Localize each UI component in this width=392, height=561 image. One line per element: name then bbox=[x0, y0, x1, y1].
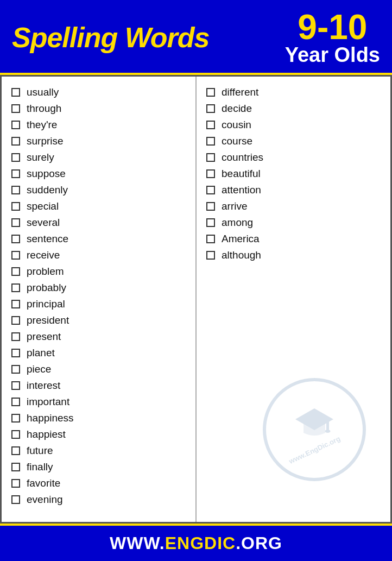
word-label: piece bbox=[27, 363, 51, 375]
list-item: interest bbox=[11, 380, 190, 392]
checkbox-icon[interactable] bbox=[206, 104, 215, 113]
list-item: present bbox=[11, 331, 190, 343]
word-label: they're bbox=[27, 119, 57, 131]
checkbox-icon[interactable] bbox=[11, 479, 20, 488]
list-item: evening bbox=[11, 494, 190, 506]
checkbox-icon[interactable] bbox=[206, 169, 215, 178]
checkbox-icon[interactable] bbox=[11, 365, 20, 374]
word-label: favorite bbox=[27, 477, 60, 489]
list-item: usually bbox=[11, 86, 190, 98]
checkbox-icon[interactable] bbox=[11, 235, 20, 243]
word-label: interest bbox=[27, 380, 60, 392]
list-item: suddenly bbox=[11, 184, 190, 196]
list-item: finally bbox=[11, 461, 190, 473]
header-age: 9-10 Year Olds bbox=[285, 10, 380, 65]
word-label: finally bbox=[27, 461, 53, 473]
list-item: happiness bbox=[11, 412, 190, 424]
checkbox-icon[interactable] bbox=[11, 349, 20, 357]
checkbox-icon[interactable] bbox=[11, 104, 20, 113]
checkbox-icon[interactable] bbox=[11, 463, 20, 471]
checkbox-icon[interactable] bbox=[11, 398, 20, 406]
checkbox-icon[interactable] bbox=[11, 446, 20, 455]
checkbox-icon[interactable] bbox=[11, 381, 20, 390]
word-label: usually bbox=[27, 86, 59, 98]
footer-org: .ORG bbox=[236, 533, 282, 553]
list-item: special bbox=[11, 200, 190, 212]
footer-engdic: ENGDIC bbox=[165, 533, 236, 553]
word-label: probably bbox=[27, 282, 66, 294]
word-label: attention bbox=[222, 184, 261, 196]
footer-www: WWW. bbox=[110, 533, 165, 553]
word-label: president bbox=[27, 314, 69, 326]
checkbox-icon[interactable] bbox=[11, 283, 20, 292]
checkbox-icon[interactable] bbox=[206, 235, 215, 243]
checkbox-icon[interactable] bbox=[11, 137, 20, 146]
word-label: receive bbox=[27, 249, 60, 261]
checkbox-icon[interactable] bbox=[206, 153, 215, 162]
checkbox-icon[interactable] bbox=[11, 153, 20, 162]
word-label: cousin bbox=[222, 119, 251, 131]
list-item: decide bbox=[206, 103, 385, 115]
word-label: special bbox=[27, 200, 59, 212]
word-label: problem bbox=[27, 266, 64, 278]
word-label: sentence bbox=[27, 233, 68, 245]
list-item: several bbox=[11, 217, 190, 229]
checkbox-icon[interactable] bbox=[11, 251, 20, 260]
footer-text: WWW.ENGDIC.ORG bbox=[110, 533, 282, 553]
list-item: favorite bbox=[11, 477, 190, 489]
header: Spelling Words 9-10 Year Olds bbox=[0, 0, 392, 75]
word-label: beautiful bbox=[222, 168, 261, 180]
checkbox-icon[interactable] bbox=[11, 332, 20, 341]
checkbox-icon[interactable] bbox=[206, 137, 215, 146]
word-label: arrive bbox=[222, 200, 248, 212]
checkbox-icon[interactable] bbox=[11, 121, 20, 129]
list-item: although bbox=[206, 249, 385, 261]
list-item: countries bbox=[206, 152, 385, 163]
word-label: through bbox=[27, 103, 61, 115]
word-label: surely bbox=[27, 152, 54, 163]
checkbox-icon[interactable] bbox=[11, 414, 20, 423]
checkbox-icon[interactable] bbox=[206, 218, 215, 227]
checkbox-icon[interactable] bbox=[206, 121, 215, 129]
word-label: surprise bbox=[27, 135, 64, 147]
word-label: although bbox=[222, 249, 261, 261]
word-label: decide bbox=[222, 103, 252, 115]
checkbox-icon[interactable] bbox=[206, 88, 215, 97]
word-label: planet bbox=[27, 347, 55, 359]
list-item: principal bbox=[11, 298, 190, 310]
checkbox-icon[interactable] bbox=[206, 186, 215, 194]
checkbox-icon[interactable] bbox=[206, 251, 215, 260]
checkbox-icon[interactable] bbox=[206, 202, 215, 211]
content-area: usuallythroughthey'resurprisesurelysuppo… bbox=[0, 75, 392, 524]
list-item: problem bbox=[11, 266, 190, 278]
list-item: attention bbox=[206, 184, 385, 196]
word-label: happiness bbox=[27, 412, 74, 424]
checkbox-icon[interactable] bbox=[11, 430, 20, 439]
word-label: suddenly bbox=[27, 184, 68, 196]
list-item: course bbox=[206, 135, 385, 147]
word-label: evening bbox=[27, 494, 63, 506]
checkbox-icon[interactable] bbox=[11, 88, 20, 97]
list-item: suppose bbox=[11, 168, 190, 180]
word-label: countries bbox=[222, 152, 263, 163]
checkbox-icon[interactable] bbox=[11, 169, 20, 178]
list-item: happiest bbox=[11, 428, 190, 440]
list-item: surely bbox=[11, 152, 190, 163]
list-item: planet bbox=[11, 347, 190, 359]
checkbox-icon[interactable] bbox=[11, 218, 20, 227]
list-item: probably bbox=[11, 282, 190, 294]
checkbox-icon[interactable] bbox=[11, 186, 20, 194]
word-label: course bbox=[222, 135, 252, 147]
right-column: differentdecidecousincoursecountriesbeau… bbox=[197, 77, 390, 522]
checkbox-icon[interactable] bbox=[11, 316, 20, 325]
list-item: piece bbox=[11, 363, 190, 375]
header-title: Spelling Words bbox=[12, 23, 210, 52]
left-column: usuallythroughthey'resurprisesurelysuppo… bbox=[2, 77, 197, 522]
checkbox-icon[interactable] bbox=[11, 495, 20, 504]
word-label: several bbox=[27, 217, 60, 229]
checkbox-icon[interactable] bbox=[11, 202, 20, 211]
list-item: among bbox=[206, 217, 385, 229]
checkbox-icon[interactable] bbox=[11, 300, 20, 308]
word-label: happiest bbox=[27, 428, 66, 440]
checkbox-icon[interactable] bbox=[11, 267, 20, 276]
